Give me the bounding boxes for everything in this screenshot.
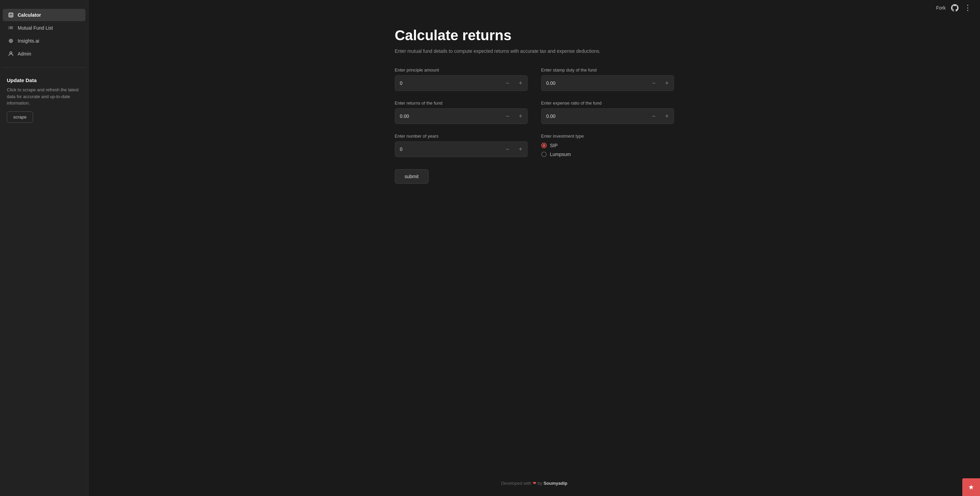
- stamp-duty-input-wrapper: − +: [541, 75, 674, 91]
- list-icon: [8, 25, 14, 31]
- insights-icon: [8, 38, 14, 44]
- stamp-duty-label: Enter stamp duty of the fund: [541, 67, 674, 73]
- svg-rect-0: [9, 13, 13, 17]
- expense-ratio-increment[interactable]: +: [660, 108, 674, 124]
- calculator-icon: [8, 12, 14, 18]
- years-input-wrapper: − +: [395, 141, 528, 157]
- radio-lumpsum-circle: [541, 152, 547, 157]
- investment-type-field: Enter investment type SIP Lumpsum: [541, 134, 674, 157]
- footer-by: by: [538, 481, 542, 486]
- years-increment[interactable]: +: [514, 142, 527, 157]
- principle-decrement[interactable]: −: [501, 76, 514, 91]
- radio-sip-label: SIP: [550, 143, 558, 148]
- page-subtitle: Enter mutual fund details to compute exp…: [395, 48, 674, 54]
- svg-point-13: [10, 40, 11, 41]
- investment-type-radio-group: SIP Lumpsum: [541, 141, 674, 157]
- svg-rect-8: [8, 27, 9, 28]
- svg-rect-5: [10, 16, 12, 16]
- returns-decrement[interactable]: −: [501, 108, 514, 124]
- principle-input[interactable]: [395, 76, 501, 90]
- svg-rect-7: [10, 27, 13, 27]
- badge-star-icon: ★: [968, 483, 974, 491]
- sidebar-item-admin-label: Admin: [18, 51, 31, 57]
- stamp-duty-increment[interactable]: +: [660, 76, 674, 91]
- radio-lumpsum-label: Lumpsum: [550, 152, 571, 157]
- github-icon[interactable]: [951, 4, 959, 11]
- expense-ratio-field: Enter expense ratio of the fund − +: [541, 100, 674, 124]
- expense-ratio-input-wrapper: − +: [541, 108, 674, 124]
- update-section: Update Data Click to scrape and refresh …: [0, 72, 88, 128]
- stamp-duty-input[interactable]: [542, 76, 648, 90]
- svg-point-12: [9, 39, 13, 43]
- principle-field: Enter principle amount − +: [395, 67, 528, 91]
- svg-rect-2: [11, 14, 12, 14]
- update-title: Update Data: [7, 77, 81, 83]
- radio-sip-circle: [541, 143, 547, 148]
- calculator-form: Calculate returns Enter mutual fund deta…: [381, 0, 687, 197]
- bottom-badge[interactable]: ★: [962, 478, 980, 496]
- investment-type-label: Enter investment type: [541, 134, 674, 139]
- expense-ratio-label: Enter expense ratio of the fund: [541, 100, 674, 105]
- top-bar: Fork ⋮: [928, 0, 980, 16]
- expense-ratio-input[interactable]: [542, 109, 648, 123]
- returns-label: Enter returns of the fund: [395, 100, 528, 105]
- page-title: Calculate returns: [395, 27, 674, 44]
- svg-rect-11: [10, 29, 13, 29]
- expense-ratio-decrement[interactable]: −: [647, 108, 660, 124]
- main-content-area: Calculate returns Enter mutual fund deta…: [89, 0, 980, 496]
- stamp-duty-field: Enter stamp duty of the fund − +: [541, 67, 674, 91]
- scrape-button[interactable]: scrape: [7, 112, 33, 123]
- returns-field: Enter returns of the fund − +: [395, 100, 528, 124]
- svg-rect-3: [10, 15, 11, 16]
- sidebar-nav: Calculator Mutual Fund List: [0, 5, 88, 63]
- footer-heart: ❤: [533, 481, 536, 486]
- svg-rect-1: [10, 14, 11, 14]
- more-options-icon[interactable]: ⋮: [964, 3, 972, 12]
- principle-input-wrapper: − +: [395, 75, 528, 91]
- form-grid: Enter principle amount − + Enter stamp d…: [395, 67, 674, 157]
- svg-rect-9: [10, 27, 13, 28]
- years-decrement[interactable]: −: [501, 142, 514, 157]
- returns-input-wrapper: − +: [395, 108, 528, 124]
- svg-rect-10: [8, 29, 9, 29]
- principle-label: Enter principle amount: [395, 67, 528, 73]
- footer-author: Soumyadip: [544, 481, 568, 486]
- admin-icon: [8, 51, 14, 57]
- years-input[interactable]: [395, 142, 501, 156]
- svg-rect-6: [8, 27, 9, 27]
- stamp-duty-decrement[interactable]: −: [647, 76, 660, 91]
- radio-sip[interactable]: SIP: [541, 143, 674, 148]
- sidebar-item-calculator[interactable]: Calculator: [3, 9, 86, 21]
- sidebar-item-insights-label: Insights.ai: [18, 38, 39, 44]
- sidebar-item-mutual-fund-label: Mutual Fund List: [18, 25, 53, 31]
- principle-increment[interactable]: +: [514, 76, 527, 91]
- years-field: Enter number of years − +: [395, 134, 528, 157]
- radio-lumpsum[interactable]: Lumpsum: [541, 152, 674, 157]
- returns-input[interactable]: [395, 109, 501, 123]
- sidebar-item-mutual-fund-list[interactable]: Mutual Fund List: [3, 22, 86, 34]
- footer: Developed with ❤ by Soumyadip: [89, 470, 980, 496]
- years-label: Enter number of years: [395, 134, 528, 139]
- sidebar-divider: [3, 67, 86, 68]
- sidebar-item-admin[interactable]: Admin: [3, 48, 86, 60]
- submit-button[interactable]: submit: [395, 169, 428, 183]
- sidebar-item-calculator-label: Calculator: [18, 12, 41, 18]
- footer-prefix: Developed with: [501, 481, 531, 486]
- sidebar: Calculator Mutual Fund List: [0, 0, 89, 496]
- svg-point-14: [10, 52, 12, 54]
- svg-rect-4: [11, 15, 12, 16]
- fork-link[interactable]: Fork: [936, 5, 946, 11]
- update-desc: Click to scrape and refresh the latest d…: [7, 86, 81, 107]
- sidebar-item-insights[interactable]: Insights.ai: [3, 35, 86, 47]
- returns-increment[interactable]: +: [514, 108, 527, 124]
